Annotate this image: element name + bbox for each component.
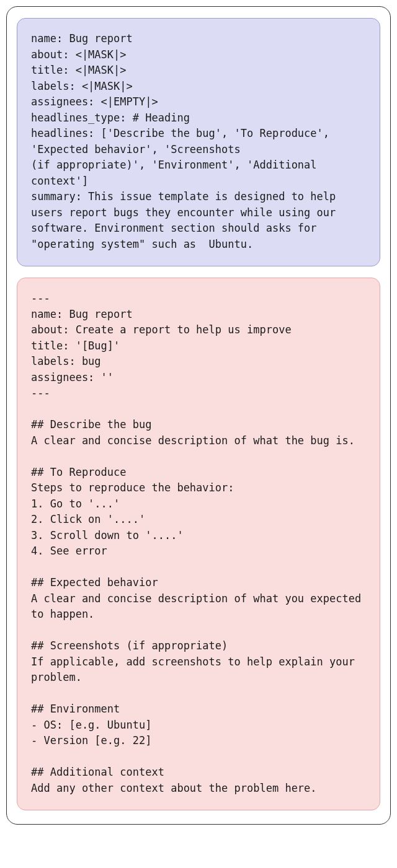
output-panel: --- name: Bug report about: Create a rep… bbox=[17, 278, 380, 810]
document-frame: name: Bug report about: <|MASK|> title: … bbox=[6, 6, 391, 825]
spec-panel: name: Bug report about: <|MASK|> title: … bbox=[17, 18, 380, 266]
